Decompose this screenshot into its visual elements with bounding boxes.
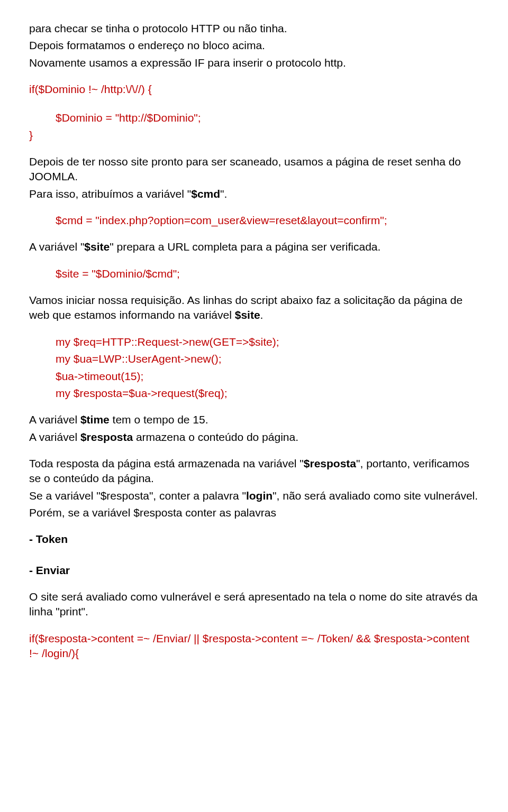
text: A variável xyxy=(29,431,80,443)
text: armazena o conteúdo do página. xyxy=(133,431,298,443)
list-enviar: - Enviar xyxy=(29,563,479,578)
list-item-token: - Token xyxy=(29,532,479,547)
var-site: $site xyxy=(235,309,260,321)
code-line: $cmd = "index.php?option=com_user&view=r… xyxy=(56,213,479,228)
list-item-enviar: - Enviar xyxy=(29,563,479,578)
text-line: Porém, se a variável $resposta conter as… xyxy=(29,505,479,520)
var-resposta: $resposta xyxy=(80,431,133,443)
code-line: } xyxy=(29,128,479,143)
text-line: A variável $resposta armazena o conteúdo… xyxy=(29,430,479,445)
text-line: Se a variável "$resposta", conter a pala… xyxy=(29,488,479,503)
text: A variável " xyxy=(29,241,84,253)
var-site: $site xyxy=(84,241,110,253)
text: Para isso, atribuímos a variável " xyxy=(29,188,191,200)
text-line: Novamente usamos a expressão IF para ins… xyxy=(29,56,479,70)
list-token: - Token xyxy=(29,532,479,547)
code-block-if-dominio: if($Dominio !~ /http:\/\//) { $Dominio =… xyxy=(29,82,479,143)
paragraph-resposta-check: Toda resposta da página está armazenada … xyxy=(29,456,479,520)
code-line: $ua->timeout(15); xyxy=(56,369,479,384)
text-line: Depois de ter nosso site pronto para ser… xyxy=(29,154,479,184)
text: " prepara a URL completa para a página s… xyxy=(110,241,380,253)
text-line: Toda resposta da página está armazenada … xyxy=(29,456,479,486)
code-line: my $resposta=$ua->request($req); xyxy=(56,386,479,401)
code-line: if($Dominio !~ /http:\/\//) { xyxy=(29,82,479,97)
text: tem o tempo de 15. xyxy=(110,413,208,426)
paragraph-site: A variável "$site" prepara a URL complet… xyxy=(29,239,479,254)
text: ", não será avaliado como site vulneráve… xyxy=(273,490,478,502)
var-time: $time xyxy=(80,413,110,426)
text: ". xyxy=(220,188,227,200)
code-line: if($resposta->content =~ /Enviar/ || $re… xyxy=(29,631,479,661)
text: Toda resposta da página está armazenada … xyxy=(29,457,304,469)
code-line: $Dominio = "http://$Dominio"; xyxy=(29,110,479,125)
text-line: O site será avaliado como vulnerável e s… xyxy=(29,589,479,620)
text-line: Para isso, atribuímos a variável "$cmd". xyxy=(29,187,479,201)
code-block-if-resposta: if($resposta->content =~ /Enviar/ || $re… xyxy=(29,631,479,661)
var-resposta: $resposta xyxy=(304,457,356,469)
code-line: $site = "$Dominio/$cmd"; xyxy=(56,266,479,281)
paragraph-joomla: Depois de ter nosso site pronto para ser… xyxy=(29,154,479,201)
paragraph-vulneravel: O site será avaliado como vulnerável e s… xyxy=(29,589,479,620)
text: A variável xyxy=(29,413,80,426)
code-block-cmd: $cmd = "index.php?option=com_user&view=r… xyxy=(29,213,479,228)
text-line: A variável $time tem o tempo de 15. xyxy=(29,412,479,427)
text: Se a variável "$resposta", conter a pala… xyxy=(29,490,246,502)
code-block-site: $site = "$Dominio/$cmd"; xyxy=(29,266,479,281)
var-cmd: $cmd xyxy=(191,188,220,200)
intro-paragraph: para checar se tinha o protocolo HTTP ou… xyxy=(29,21,479,70)
paragraph-request: Vamos iniciar nossa requisição. As linha… xyxy=(29,293,479,323)
code-line: my $ua=LWP::UserAgent->new(); xyxy=(56,352,479,366)
code-line: my $req=HTTP::Request->new(GET=>$site); xyxy=(56,335,479,349)
code-block-request: my $req=HTTP::Request->new(GET=>$site); … xyxy=(29,335,479,401)
word-login: login xyxy=(246,490,273,502)
text: . xyxy=(260,309,264,321)
text-line: A variável "$site" prepara a URL complet… xyxy=(29,239,479,254)
text-line: Vamos iniciar nossa requisição. As linha… xyxy=(29,293,479,323)
text-line: Depois formatamos o endereço no bloco ac… xyxy=(29,38,479,53)
paragraph-time-resposta: A variável $time tem o tempo de 15. A va… xyxy=(29,412,479,445)
text-line: para checar se tinha o protocolo HTTP ou… xyxy=(29,21,479,36)
